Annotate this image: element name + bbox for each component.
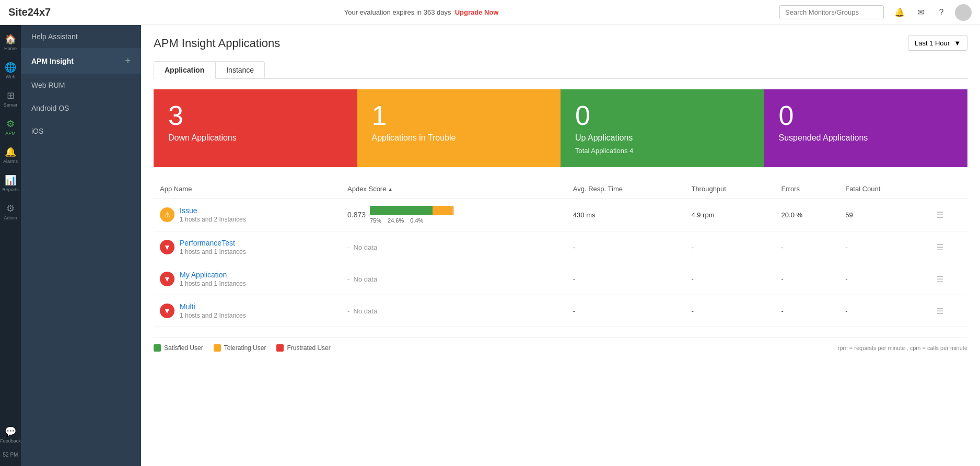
sidebar-menu-web-rum[interactable]: Web RUM xyxy=(21,74,141,97)
legend-left: Satisfied User Tolerating User Frustrate… xyxy=(154,344,331,352)
down-icon: ▼ xyxy=(164,275,171,283)
menu-perf[interactable]: ☰ xyxy=(930,231,967,263)
mail-icon[interactable]: ✉ xyxy=(913,5,928,20)
col-avg-resp: Avg. Resp. Time xyxy=(567,180,685,199)
total-apps-sub: Total Applications 4 xyxy=(575,147,750,155)
sidebar-item-web[interactable]: 🌐 Web xyxy=(0,57,21,84)
web-icon: 🌐 xyxy=(5,62,16,73)
menu-multi[interactable]: ☰ xyxy=(930,295,967,327)
avg-resp-multi: - xyxy=(567,295,685,327)
menu-issue[interactable]: ☰ xyxy=(930,199,967,231)
row-menu-icon[interactable]: ☰ xyxy=(936,243,943,252)
throughput-issue: 4.9 rpm xyxy=(685,199,775,231)
app-info-multi: Multi 1 hosts and 2 Instances xyxy=(180,302,246,319)
throughput-myapp: - xyxy=(685,263,775,295)
table-row: ⚠ Issue 1 hosts and 2 Instances 0.873 xyxy=(154,199,967,231)
app-info-perf: PerformanceTest 1 hosts and 1 Instances xyxy=(180,239,246,255)
avg-resp-issue: 430 ms xyxy=(567,199,685,231)
topbar-icons: 🔔 ✉ ? xyxy=(892,4,972,21)
sidebar-item-alarms[interactable]: 🔔 Alarms xyxy=(0,142,21,168)
sidebar-item-feedback[interactable]: 💬 Feedback xyxy=(0,422,21,448)
table-body: ⚠ Issue 1 hosts and 2 Instances 0.873 xyxy=(154,199,967,327)
sidebar-menu-help-assistant[interactable]: Help Assistant xyxy=(21,25,141,48)
chevron-down-icon: ▼ xyxy=(954,39,961,47)
menu-myapp[interactable]: ☰ xyxy=(930,263,967,295)
plus-icon[interactable]: + xyxy=(125,55,131,66)
table-row: ▼ PerformanceTest 1 hosts and 1 Instance… xyxy=(154,231,967,263)
status-icon-perf: ▼ xyxy=(160,240,174,254)
apdex-cell-multi: - No data xyxy=(341,295,567,327)
brand-logo: Site24x7 xyxy=(8,6,51,18)
no-data-myapp: No data xyxy=(354,275,378,283)
legend: Satisfied User Tolerating User Frustrate… xyxy=(154,337,967,352)
no-data-perf: No data xyxy=(354,243,378,251)
upgrade-link[interactable]: Upgrade Now xyxy=(455,8,499,16)
brand-suffix: 24x7 xyxy=(28,6,51,18)
avatar[interactable] xyxy=(955,4,972,21)
sidebar-menu-apm-insight[interactable]: APM Insight + xyxy=(21,48,141,74)
suspended-label: Suspended Applications xyxy=(779,133,953,143)
sidebar-item-reports[interactable]: 📊 Reports xyxy=(0,170,21,196)
legend-frustrated: Frustrated User xyxy=(276,344,330,352)
main-content: APM Insight Applications Last 1 Hour ▼ A… xyxy=(141,25,980,466)
warning-icon: ⚠ xyxy=(164,211,171,219)
col-apdex[interactable]: Apdex Score xyxy=(341,180,567,199)
errors-multi: - xyxy=(775,295,839,327)
table-row: ▼ My Application 1 hosts and 1 Instances xyxy=(154,263,967,295)
row-menu-icon[interactable]: ☰ xyxy=(936,275,943,284)
app-instances-perf: 1 hosts and 1 Instances xyxy=(180,248,246,255)
frustrated-dot xyxy=(276,344,284,352)
help-icon[interactable]: ? xyxy=(934,5,949,20)
stat-card-down[interactable]: 3 Down Applications xyxy=(154,89,357,167)
row-menu-icon[interactable]: ☰ xyxy=(936,211,943,219)
tab-instance[interactable]: Instance xyxy=(215,61,265,79)
apdex-red-issue xyxy=(453,206,453,215)
errors-issue: 20.0 % xyxy=(775,199,839,231)
fatal-perf: - xyxy=(839,231,929,263)
sidebar-time: 52 PM xyxy=(3,452,18,458)
notification-icon[interactable]: 🔔 xyxy=(892,5,907,20)
app-link-myapp[interactable]: My Application xyxy=(180,271,227,279)
sidebar-item-admin[interactable]: ⚙ Admin xyxy=(0,199,21,225)
sidebar-item-server[interactable]: ⊞ Server xyxy=(0,86,21,112)
stat-card-up[interactable]: 0 Up Applications Total Applications 4 xyxy=(561,89,764,167)
search-input[interactable] xyxy=(779,5,884,19)
avg-resp-perf: - xyxy=(567,231,685,263)
app-name-cell-issue: ⚠ Issue 1 hosts and 2 Instances xyxy=(154,199,341,231)
sidebar: 🏠 Home 🌐 Web ⊞ Server ⚙ APM 🔔 Alarm xyxy=(0,25,141,466)
time-filter-label: Last 1 Hour xyxy=(915,39,950,47)
app-instances-myapp: 1 hosts and 1 Instances xyxy=(180,280,246,287)
apdex-dash-multi: - xyxy=(347,307,349,315)
sidebar-icons-col: 🏠 Home 🌐 Web ⊞ Server ⚙ APM 🔔 Alarm xyxy=(0,25,21,466)
sidebar-item-apm[interactable]: ⚙ APM xyxy=(0,114,21,140)
down-number: 3 xyxy=(168,102,343,129)
tolerating-dot xyxy=(214,344,221,352)
legend-tolerating: Tolerating User xyxy=(214,344,266,352)
eval-text: Your evaluation expires in 363 days xyxy=(344,8,451,16)
col-menu xyxy=(930,180,967,199)
layout: 🏠 Home 🌐 Web ⊞ Server ⚙ APM 🔔 Alarm xyxy=(0,25,980,466)
app-link-issue[interactable]: Issue xyxy=(180,206,197,215)
app-link-perf[interactable]: PerformanceTest xyxy=(180,239,235,247)
apdex-yellow-issue xyxy=(433,206,453,215)
down-icon: ▼ xyxy=(164,307,171,315)
sidebar-item-home[interactable]: 🏠 Home xyxy=(0,29,21,55)
avg-resp-myapp: - xyxy=(567,263,685,295)
stat-card-trouble[interactable]: 1 Applications in Trouble xyxy=(357,89,561,167)
time-filter-dropdown[interactable]: Last 1 Hour ▼ xyxy=(908,36,967,51)
col-errors: Errors xyxy=(775,180,839,199)
col-fatal: Fatal Count xyxy=(839,180,929,199)
tab-application[interactable]: Application xyxy=(154,61,215,79)
up-label: Up Applications xyxy=(575,133,750,143)
up-number: 0 xyxy=(575,102,750,129)
sidebar-menu-ios[interactable]: iOS xyxy=(21,120,141,143)
app-link-multi[interactable]: Multi xyxy=(180,302,195,311)
apm-icon: ⚙ xyxy=(6,118,15,130)
stat-card-suspended[interactable]: 0 Suspended Applications xyxy=(764,89,968,167)
row-menu-icon[interactable]: ☰ xyxy=(936,307,943,316)
legend-satisfied: Satisfied User xyxy=(154,344,203,352)
no-data-multi: No data xyxy=(354,307,378,315)
sidebar-menu-android-os[interactable]: Android OS xyxy=(21,97,141,120)
server-icon: ⊞ xyxy=(7,90,15,101)
app-name-cell-multi: ▼ Multi 1 hosts and 2 Instances xyxy=(154,295,341,327)
